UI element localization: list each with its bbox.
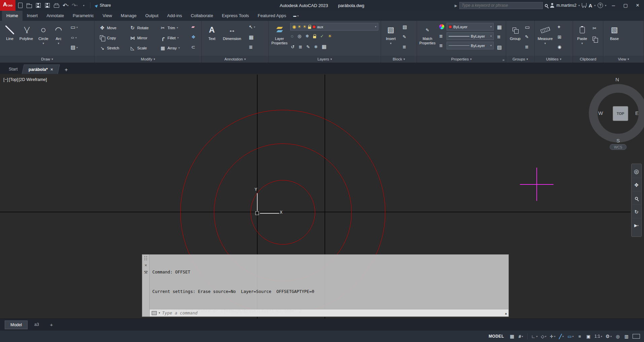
- help-search-box[interactable]: [459, 2, 543, 9]
- clean-screen-button[interactable]: [631, 332, 641, 340]
- viewcube-east[interactable]: E: [635, 110, 639, 116]
- erase-button[interactable]: [191, 24, 195, 29]
- array-button[interactable]: Array: [160, 44, 180, 52]
- layer-isolate-icon[interactable]: [298, 34, 301, 39]
- save-button[interactable]: [34, 1, 43, 10]
- circle-button[interactable]: Circle: [36, 22, 51, 55]
- write-block-button[interactable]: [403, 34, 406, 39]
- pan-button[interactable]: [632, 179, 641, 191]
- ribbon-display-toggle[interactable]: [291, 11, 301, 21]
- wcs-dropdown[interactable]: WCS: [610, 144, 627, 150]
- ribbon-tab-collaborate[interactable]: Collaborate: [186, 11, 218, 21]
- maximize-button[interactable]: [620, 1, 631, 10]
- save-as-button[interactable]: [43, 1, 52, 10]
- file-tab-parabola[interactable]: parábola* ×: [22, 65, 60, 74]
- copy-clip-button[interactable]: [593, 38, 597, 41]
- layer-off-icon[interactable]: [291, 34, 294, 39]
- plot-button[interactable]: [52, 1, 61, 10]
- arc-caret-icon[interactable]: [58, 42, 60, 45]
- user-menu-caret-icon[interactable]: [578, 4, 580, 7]
- group-manager-button[interactable]: [525, 44, 529, 49]
- search-icon[interactable]: [545, 4, 548, 7]
- fillet-button[interactable]: Fillet: [160, 34, 179, 42]
- viewcube-west[interactable]: W: [598, 110, 603, 116]
- arc-button[interactable]: Arc: [52, 22, 65, 55]
- utilities-panel-label[interactable]: Utilities: [535, 56, 573, 62]
- text-style-button[interactable]: [249, 44, 253, 50]
- command-scroll-up-icon[interactable]: ▲: [504, 312, 507, 315]
- ribbon-tab-express-tools[interactable]: Express Tools: [218, 11, 254, 21]
- ribbon-tab-home[interactable]: Home: [2, 11, 23, 21]
- ribbon-tab-insert[interactable]: Insert: [23, 11, 42, 21]
- user-avatar-icon[interactable]: [550, 3, 555, 8]
- insert-caret-icon[interactable]: [390, 42, 392, 45]
- customization-button[interactable]: [604, 332, 613, 340]
- view-panel-label[interactable]: View: [603, 56, 644, 62]
- linetype-dropdown[interactable]: ByLayer: [447, 42, 494, 49]
- close-button[interactable]: [633, 1, 643, 10]
- fillet-caret-icon[interactable]: [177, 36, 179, 39]
- explode-button[interactable]: [191, 34, 196, 40]
- snap-mode-button[interactable]: [517, 332, 525, 340]
- command-customize-icon[interactable]: [144, 270, 148, 275]
- block-attributes-button[interactable]: [403, 44, 406, 49]
- table-button[interactable]: [249, 34, 254, 40]
- color-wheel-icon[interactable]: [439, 24, 444, 29]
- viewport-view-control[interactable]: [Top]: [9, 77, 18, 82]
- properties-panel-label[interactable]: Properties »: [417, 56, 506, 62]
- clipboard-panel-label[interactable]: Clipboard: [573, 56, 603, 62]
- block-panel-label[interactable]: Block: [381, 56, 417, 62]
- paste-button[interactable]: Paste: [574, 22, 590, 55]
- offset-button[interactable]: [191, 44, 195, 50]
- viewcube-north[interactable]: N: [615, 77, 619, 82]
- dimension-button[interactable]: Dimension: [221, 22, 243, 55]
- polyline-button[interactable]: Polyline: [17, 22, 35, 55]
- username[interactable]: m.martins2: [557, 3, 576, 8]
- undo-caret-icon[interactable]: [67, 4, 69, 7]
- groups-panel-label[interactable]: Groups: [506, 56, 534, 62]
- group-edit-button[interactable]: [525, 34, 529, 39]
- id-point-button[interactable]: [558, 24, 560, 30]
- autodesk-a-icon[interactable]: A: [589, 3, 592, 8]
- properties-dialog-launcher-icon[interactable]: »: [502, 58, 504, 62]
- ribbon-tab-view[interactable]: View: [98, 11, 116, 21]
- ribbon-tab-featured-apps[interactable]: Featured Apps: [253, 11, 291, 21]
- command-drag-grip[interactable]: [144, 256, 148, 261]
- dynamic-input-button[interactable]: [566, 332, 575, 340]
- help-caret-icon[interactable]: [605, 4, 606, 7]
- command-close-icon[interactable]: ×: [145, 263, 147, 267]
- redo-caret-icon[interactable]: [76, 4, 78, 7]
- selection-cycling-button[interactable]: [584, 332, 593, 340]
- array-caret-icon[interactable]: [178, 46, 180, 49]
- rotate-button[interactable]: Rotate: [129, 24, 149, 32]
- autocad-logo-button[interactable]: A CAD: [0, 0, 15, 11]
- isodraft-button[interactable]: [539, 332, 547, 340]
- viewcube-top-face[interactable]: TOP: [613, 106, 628, 121]
- properties-palette-button[interactable]: [497, 24, 502, 30]
- model-space-button[interactable]: MODEL: [489, 334, 504, 339]
- quick-select-button[interactable]: [558, 44, 561, 49]
- new-file-button[interactable]: [16, 1, 25, 10]
- command-recent-caret-icon[interactable]: [159, 311, 160, 314]
- ungroup-button[interactable]: [525, 24, 530, 30]
- qat-customize-button[interactable]: [79, 1, 88, 10]
- grid-display-button[interactable]: [508, 332, 516, 340]
- scale-button[interactable]: Scale: [129, 44, 147, 52]
- navigation-wheel-button[interactable]: [632, 165, 641, 178]
- ribbon-tab-annotate[interactable]: Annotate: [42, 11, 68, 21]
- ortho-mode-button[interactable]: [530, 332, 539, 340]
- linetype-list-icon[interactable]: [439, 43, 443, 48]
- ribbon-tab-manage[interactable]: Manage: [116, 11, 141, 21]
- a-menu-caret-icon[interactable]: [594, 4, 596, 7]
- rectangle-button[interactable]: [71, 24, 78, 30]
- cut-button[interactable]: [593, 26, 597, 31]
- minimize-button[interactable]: [608, 1, 618, 10]
- ribbon-tab-output[interactable]: Output: [141, 11, 163, 21]
- layer-edit-icon[interactable]: [306, 44, 310, 49]
- paste-caret-icon[interactable]: [581, 42, 583, 45]
- lineweight-display-button[interactable]: [576, 332, 584, 340]
- undo-button[interactable]: [61, 1, 70, 10]
- command-window[interactable]: × Command: OFFSET Current settings: Eras…: [142, 255, 508, 316]
- mirror-button[interactable]: Mirror: [129, 34, 147, 42]
- new-layout-button[interactable]: +: [48, 321, 55, 329]
